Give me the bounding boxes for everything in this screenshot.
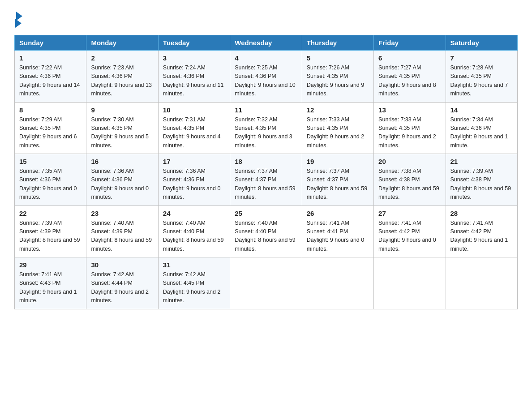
day-info: Sunrise: 7:25 AMSunset: 4:36 PMDaylight:… — [235, 64, 296, 97]
calendar-day-cell: 19Sunrise: 7:37 AMSunset: 4:37 PMDayligh… — [302, 154, 373, 206]
calendar-day-cell: 13Sunrise: 7:33 AMSunset: 4:35 PMDayligh… — [374, 102, 446, 154]
calendar-table: SundayMondayTuesdayWednesdayThursdayFrid… — [14, 35, 518, 309]
calendar-week-row: 8Sunrise: 7:29 AMSunset: 4:35 PMDaylight… — [15, 102, 518, 154]
day-info: Sunrise: 7:41 AMSunset: 4:42 PMDaylight:… — [450, 220, 508, 252]
calendar-day-cell: 16Sunrise: 7:36 AMSunset: 4:36 PMDayligh… — [86, 154, 158, 206]
day-info: Sunrise: 7:40 AMSunset: 4:40 PMDaylight:… — [163, 220, 224, 252]
day-info: Sunrise: 7:38 AMSunset: 4:38 PMDaylight:… — [378, 168, 439, 200]
day-info: Sunrise: 7:26 AMSunset: 4:35 PMDaylight:… — [307, 64, 365, 97]
calendar-day-cell: 9Sunrise: 7:30 AMSunset: 4:35 PMDaylight… — [86, 102, 158, 154]
calendar-empty-cell — [302, 257, 373, 309]
day-info: Sunrise: 7:30 AMSunset: 4:35 PMDaylight:… — [91, 116, 149, 149]
calendar-day-cell: 7Sunrise: 7:28 AMSunset: 4:35 PMDaylight… — [446, 51, 517, 103]
calendar-day-cell: 4Sunrise: 7:25 AMSunset: 4:36 PMDaylight… — [230, 51, 302, 103]
day-number: 7 — [450, 54, 513, 62]
day-number: 23 — [91, 210, 153, 217]
calendar-day-cell: 2Sunrise: 7:23 AMSunset: 4:36 PMDaylight… — [86, 51, 158, 103]
day-number: 10 — [163, 106, 225, 114]
day-number: 2 — [91, 54, 153, 62]
calendar-day-cell: 12Sunrise: 7:33 AMSunset: 4:35 PMDayligh… — [302, 102, 373, 154]
day-info: Sunrise: 7:36 AMSunset: 4:36 PMDaylight:… — [91, 168, 149, 200]
day-number: 12 — [307, 106, 369, 114]
day-info: Sunrise: 7:39 AMSunset: 4:38 PMDaylight:… — [450, 168, 511, 200]
calendar-day-cell: 30Sunrise: 7:42 AMSunset: 4:44 PMDayligh… — [86, 257, 158, 309]
day-number: 11 — [235, 106, 297, 114]
day-number: 25 — [235, 210, 297, 217]
day-number: 16 — [91, 158, 153, 165]
calendar-day-cell: 18Sunrise: 7:37 AMSunset: 4:37 PMDayligh… — [230, 154, 302, 206]
day-number: 19 — [307, 158, 369, 165]
calendar-day-cell: 24Sunrise: 7:40 AMSunset: 4:40 PMDayligh… — [158, 206, 230, 257]
day-number: 24 — [163, 210, 225, 217]
day-info: Sunrise: 7:36 AMSunset: 4:36 PMDaylight:… — [163, 168, 221, 200]
calendar-day-cell: 5Sunrise: 7:26 AMSunset: 4:35 PMDaylight… — [302, 51, 373, 103]
day-info: Sunrise: 7:31 AMSunset: 4:35 PMDaylight:… — [163, 116, 221, 149]
calendar-day-cell: 20Sunrise: 7:38 AMSunset: 4:38 PMDayligh… — [374, 154, 446, 206]
day-number: 29 — [19, 261, 82, 269]
column-header-friday: Friday — [374, 35, 446, 51]
calendar-day-cell: 31Sunrise: 7:42 AMSunset: 4:45 PMDayligh… — [158, 257, 230, 309]
calendar-day-cell: 27Sunrise: 7:41 AMSunset: 4:42 PMDayligh… — [374, 206, 446, 257]
calendar-day-cell: 1Sunrise: 7:22 AMSunset: 4:36 PMDaylight… — [15, 51, 86, 103]
day-number: 6 — [378, 54, 441, 62]
day-number: 20 — [378, 158, 441, 165]
day-info: Sunrise: 7:41 AMSunset: 4:41 PMDaylight:… — [307, 220, 365, 252]
day-number: 28 — [450, 210, 513, 217]
day-info: Sunrise: 7:29 AMSunset: 4:35 PMDaylight:… — [19, 116, 77, 149]
day-info: Sunrise: 7:41 AMSunset: 4:42 PMDaylight:… — [378, 220, 436, 252]
day-number: 17 — [163, 158, 225, 165]
day-number: 30 — [91, 261, 153, 269]
day-info: Sunrise: 7:40 AMSunset: 4:40 PMDaylight:… — [235, 220, 296, 252]
day-info: Sunrise: 7:34 AMSunset: 4:36 PMDaylight:… — [450, 116, 508, 149]
column-header-thursday: Thursday — [302, 35, 373, 51]
day-number: 13 — [378, 106, 441, 114]
column-header-saturday: Saturday — [446, 35, 517, 51]
day-info: Sunrise: 7:42 AMSunset: 4:45 PMDaylight:… — [163, 271, 221, 304]
calendar-empty-cell — [446, 257, 517, 309]
day-info: Sunrise: 7:22 AMSunset: 4:36 PMDaylight:… — [19, 64, 80, 97]
day-number: 5 — [307, 54, 369, 62]
calendar-day-cell: 28Sunrise: 7:41 AMSunset: 4:42 PMDayligh… — [446, 206, 517, 257]
calendar-day-cell: 10Sunrise: 7:31 AMSunset: 4:35 PMDayligh… — [158, 102, 230, 154]
day-number: 26 — [307, 210, 369, 217]
day-info: Sunrise: 7:28 AMSunset: 4:35 PMDaylight:… — [450, 64, 508, 97]
day-number: 22 — [19, 210, 82, 217]
column-header-monday: Monday — [86, 35, 158, 51]
day-number: 3 — [163, 54, 225, 62]
day-number: 4 — [235, 54, 297, 62]
calendar-week-row: 15Sunrise: 7:35 AMSunset: 4:36 PMDayligh… — [15, 154, 518, 206]
calendar-day-cell: 11Sunrise: 7:32 AMSunset: 4:35 PMDayligh… — [230, 102, 302, 154]
day-info: Sunrise: 7:42 AMSunset: 4:44 PMDaylight:… — [91, 271, 149, 304]
day-number: 9 — [91, 106, 153, 114]
calendar-day-cell: 25Sunrise: 7:40 AMSunset: 4:40 PMDayligh… — [230, 206, 302, 257]
day-number: 8 — [19, 106, 82, 114]
calendar-day-cell: 14Sunrise: 7:34 AMSunset: 4:36 PMDayligh… — [446, 102, 517, 154]
calendar-day-cell: 6Sunrise: 7:27 AMSunset: 4:35 PMDaylight… — [374, 51, 446, 103]
calendar-empty-cell — [230, 257, 302, 309]
day-info: Sunrise: 7:24 AMSunset: 4:36 PMDaylight:… — [163, 64, 224, 97]
day-number: 31 — [163, 261, 225, 269]
calendar-empty-cell — [374, 257, 446, 309]
day-info: Sunrise: 7:37 AMSunset: 4:37 PMDaylight:… — [307, 168, 368, 200]
day-info: Sunrise: 7:32 AMSunset: 4:35 PMDaylight:… — [235, 116, 292, 149]
calendar-day-cell: 15Sunrise: 7:35 AMSunset: 4:36 PMDayligh… — [15, 154, 86, 206]
calendar-day-cell: 22Sunrise: 7:39 AMSunset: 4:39 PMDayligh… — [15, 206, 86, 257]
calendar-header-row: SundayMondayTuesdayWednesdayThursdayFrid… — [15, 35, 518, 51]
calendar-day-cell: 8Sunrise: 7:29 AMSunset: 4:35 PMDaylight… — [15, 102, 86, 154]
day-info: Sunrise: 7:40 AMSunset: 4:39 PMDaylight:… — [91, 220, 152, 252]
page-header — [14, 11, 518, 28]
day-info: Sunrise: 7:27 AMSunset: 4:35 PMDaylight:… — [378, 64, 436, 97]
column-header-tuesday: Tuesday — [158, 35, 230, 51]
day-number: 15 — [19, 158, 82, 165]
calendar-week-row: 29Sunrise: 7:41 AMSunset: 4:43 PMDayligh… — [15, 257, 518, 309]
day-number: 14 — [450, 106, 513, 114]
day-info: Sunrise: 7:41 AMSunset: 4:43 PMDaylight:… — [19, 271, 77, 304]
calendar-day-cell: 3Sunrise: 7:24 AMSunset: 4:36 PMDaylight… — [158, 51, 230, 103]
column-header-sunday: Sunday — [15, 35, 86, 51]
day-info: Sunrise: 7:35 AMSunset: 4:36 PMDaylight:… — [19, 168, 77, 200]
day-number: 18 — [235, 158, 297, 165]
logo — [14, 11, 25, 28]
day-number: 1 — [19, 54, 82, 62]
calendar-day-cell: 23Sunrise: 7:40 AMSunset: 4:39 PMDayligh… — [86, 206, 158, 257]
day-info: Sunrise: 7:33 AMSunset: 4:35 PMDaylight:… — [378, 116, 436, 149]
